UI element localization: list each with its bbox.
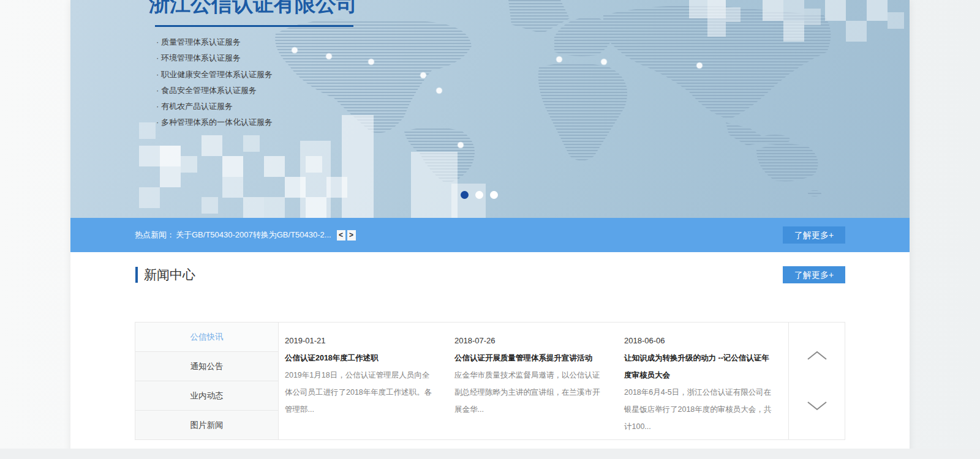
page: 浙江公信认证有限公司 质量管理体系认证服务 环境管理体系认证服务 职业健康安全管…: [0, 0, 980, 459]
hot-news-ticker: 热点新闻： 关于GB/T50430-2007转换为GB/T50430-2... …: [70, 218, 910, 252]
news-tabs: 公信快讯 通知公告 业内动态 图片新闻: [135, 323, 279, 439]
accent-bar: [135, 267, 138, 283]
hot-news-label: 热点新闻：: [135, 230, 175, 241]
article-date: 2019-01-21: [285, 332, 435, 349]
ticker-next-button[interactable]: >: [347, 230, 356, 241]
company-name-title: 浙江公信认证有限公司: [149, 0, 357, 18]
news-panel: 公信快讯 通知公告 业内动态 图片新闻 2019-01-21 公信认证2018年…: [135, 322, 845, 440]
news-article-3[interactable]: 2018-06-06 让知识成为转换升级的动力 --记公信认证年度审核员大会 2…: [618, 323, 788, 439]
service-item: 有机农产品认证服务: [156, 99, 273, 114]
tab-photo-news[interactable]: 图片新闻: [135, 411, 278, 439]
news-header: 新闻中心 了解更多+: [70, 266, 910, 283]
ticker-prev-button[interactable]: <: [337, 230, 345, 241]
news-section-title: 新闻中心: [144, 266, 195, 283]
scroll-up-button[interactable]: [806, 349, 828, 363]
article-excerpt: 应金华市质量技术监督局邀请，以公信认证副总经理陈晔为主讲的宣讲组，在兰溪市开展金…: [454, 367, 605, 418]
carousel-dot-3[interactable]: [490, 191, 498, 199]
service-item: 多种管理体系的一体化认证服务: [156, 114, 273, 130]
hot-news-headline-link[interactable]: 关于GB/T50430-2007转换为GB/T50430-2...: [176, 230, 331, 241]
tab-industry-trends[interactable]: 业内动态: [135, 381, 278, 411]
scroll-down-button[interactable]: [806, 400, 828, 413]
carousel-dot-1[interactable]: [461, 191, 469, 199]
title-underline: [155, 25, 353, 27]
service-list: 质量管理体系认证服务 环境管理体系认证服务 职业健康安全管理体系认证服务 食品安…: [156, 34, 273, 131]
service-item: 职业健康安全管理体系认证服务: [156, 67, 273, 83]
article-date: 2018-06-06: [624, 332, 774, 349]
ticker-more-button[interactable]: 了解更多+: [783, 226, 845, 244]
tab-notices[interactable]: 通知公告: [135, 352, 278, 381]
footer-strip: [0, 449, 980, 459]
hero-banner: 浙江公信认证有限公司 质量管理体系认证服务 环境管理体系认证服务 职业健康安全管…: [70, 0, 910, 218]
chevron-up-icon: [806, 350, 828, 361]
article-excerpt: 2018年6月4-5日，浙江公信认证有限公司在银星饭店举行了2018年度的审核员…: [624, 384, 774, 435]
news-pager: [788, 323, 845, 439]
article-excerpt: 2019年1月18日，公信认证管理层人员向全体公司员工进行了2018年年度工作述…: [285, 367, 435, 418]
chevron-down-icon: [806, 400, 828, 411]
carousel-dots: [461, 191, 498, 199]
service-item: 质量管理体系认证服务: [156, 34, 273, 50]
service-item: 食品安全管理体系认证服务: [156, 83, 273, 99]
news-center-section: 新闻中心 了解更多+ 公信快讯 通知公告 业内动态 图片新闻 2019-01-2…: [70, 266, 910, 440]
ticker-nav: < >: [337, 230, 356, 241]
article-title[interactable]: 公信认证2018年度工作述职: [285, 349, 435, 367]
carousel-dot-2[interactable]: [475, 191, 483, 199]
news-article-1[interactable]: 2019-01-21 公信认证2018年度工作述职 2019年1月18日，公信认…: [279, 323, 448, 439]
news-more-button[interactable]: 了解更多+: [783, 266, 845, 283]
content-container: 浙江公信认证有限公司 质量管理体系认证服务 环境管理体系认证服务 职业健康安全管…: [70, 0, 910, 459]
article-date: 2018-07-26: [454, 332, 605, 349]
article-title[interactable]: 公信认证开展质量管理体系提升宣讲活动: [454, 349, 605, 367]
article-title[interactable]: 让知识成为转换升级的动力 --记公信认证年度审核员大会: [624, 349, 774, 384]
news-article-list: 2019-01-21 公信认证2018年度工作述职 2019年1月18日，公信认…: [279, 323, 788, 439]
news-article-2[interactable]: 2018-07-26 公信认证开展质量管理体系提升宣讲活动 应金华市质量技术监督…: [448, 323, 618, 439]
service-item: 环境管理体系认证服务: [156, 50, 273, 66]
tab-gongxin-news[interactable]: 公信快讯: [135, 323, 278, 352]
